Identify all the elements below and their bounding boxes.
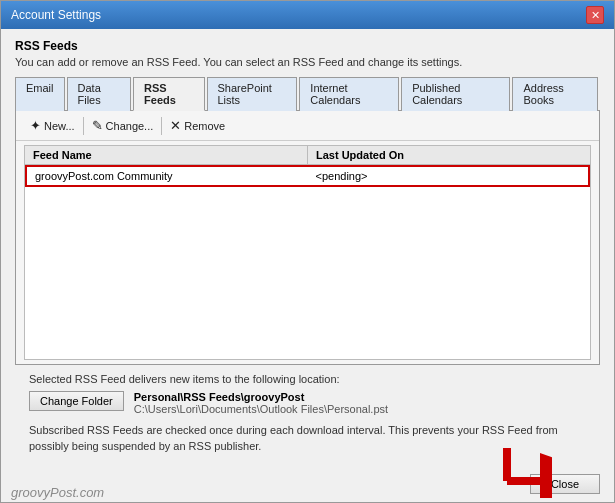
remove-icon: ✕ [170,118,181,133]
tab-email[interactable]: Email [15,77,65,111]
tabs-row: Email Data Files RSS Feeds SharePoint Li… [15,76,600,111]
col-last-updated: Last Updated On [308,146,590,164]
close-icon[interactable]: ✕ [586,6,604,24]
table-body: groovyPost.com Community <pending> [25,165,590,359]
folder-path: Personal\RSS Feeds\groovyPost [134,391,388,403]
dialog-title: Account Settings [11,8,101,22]
change-icon: ✎ [92,118,103,133]
change-button[interactable]: ✎ Change... [86,116,160,135]
remove-button[interactable]: ✕ Remove [164,116,231,135]
tab-rss-feeds[interactable]: RSS Feeds [133,77,204,111]
folder-full-path: C:\Users\Lori\Documents\Outlook Files\Pe… [134,403,388,415]
title-bar: Account Settings ✕ [1,1,614,29]
tab-address-books[interactable]: Address Books [512,77,598,111]
content-area: RSS Feeds You can add or remove an RSS F… [1,29,614,470]
table-row[interactable]: groovyPost.com Community <pending> [25,165,590,187]
col-feed-name: Feed Name [25,146,308,164]
folder-info: Personal\RSS Feeds\groovyPost C:\Users\L… [134,391,388,415]
account-settings-dialog: Account Settings ✕ RSS Feeds You can add… [0,0,615,503]
section-title: RSS Feeds [15,39,600,53]
tab-internet-calendars[interactable]: Internet Calendars [299,77,399,111]
last-updated-cell: <pending> [308,167,589,185]
new-button[interactable]: ✦ New... [24,116,81,135]
feed-name-cell: groovyPost.com Community [27,167,308,185]
info-line: Selected RSS Feed delivers new items to … [29,373,586,385]
tab-data-files[interactable]: Data Files [67,77,132,111]
change-label: Change... [106,120,154,132]
separator-2 [161,117,162,135]
toolbar: ✦ New... ✎ Change... ✕ Remove [16,111,599,141]
separator-1 [83,117,84,135]
tab-published-calendars[interactable]: Published Calendars [401,77,510,111]
new-icon: ✦ [30,118,41,133]
tab-content: ✦ New... ✎ Change... ✕ Remove Feed Name [15,111,600,365]
remove-label: Remove [184,120,225,132]
tab-sharepoint-lists[interactable]: SharePoint Lists [207,77,298,111]
table-header: Feed Name Last Updated On [25,146,590,165]
feed-table: Feed Name Last Updated On groovyPost.com… [24,145,591,360]
folder-row: Change Folder Personal\RSS Feeds\groovyP… [29,391,586,415]
change-folder-button[interactable]: Change Folder [29,391,124,411]
new-label: New... [44,120,75,132]
red-arrow-icon [492,443,552,498]
watermark: groovyPost.com [11,485,104,500]
section-description: You can add or remove an RSS Feed. You c… [15,56,600,68]
